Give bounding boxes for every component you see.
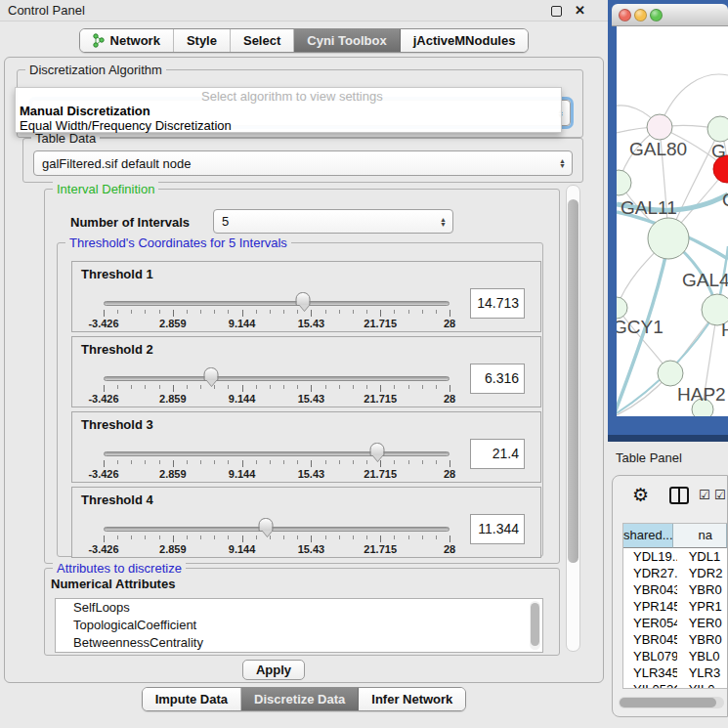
slider-handle[interactable] xyxy=(259,518,274,532)
slider-tick xyxy=(145,535,146,539)
gear-icon[interactable]: ⚙ xyxy=(632,484,649,506)
cell-name[interactable]: YDR2 xyxy=(677,565,727,581)
cell-name[interactable]: YIL0 xyxy=(677,681,727,689)
tab-network[interactable]: Network xyxy=(80,29,174,52)
zoom-traffic-light-icon[interactable] xyxy=(650,9,663,21)
tab-cyni-toolbox[interactable]: Cyni Toolbox xyxy=(294,29,400,52)
slider-tick xyxy=(408,310,409,314)
tab-style[interactable]: Style xyxy=(174,29,231,52)
threshold-slider[interactable]: -3.4262.8599.14415.4321.71528 xyxy=(104,262,450,333)
slider-tick-label: 2.859 xyxy=(159,468,187,480)
slider-tick xyxy=(117,460,118,464)
slider-track[interactable] xyxy=(104,301,450,306)
split-view-icon[interactable] xyxy=(669,487,689,504)
tab-label: Infer Network xyxy=(371,692,452,707)
slider-handle[interactable] xyxy=(296,292,311,306)
network-node[interactable] xyxy=(707,116,728,142)
apply-button[interactable]: Apply xyxy=(242,660,305,680)
threshold-value-field[interactable]: 14.713 xyxy=(470,288,525,319)
tab-infer-network[interactable]: Infer Network xyxy=(359,688,465,710)
attribute-list-item[interactable]: TopologicalCoefficient xyxy=(56,617,542,634)
slider-tick-label: 2.859 xyxy=(159,543,187,555)
settings-scrollbar[interactable] xyxy=(566,185,580,652)
slider-handle[interactable] xyxy=(203,367,218,381)
cell-shared-name[interactable]: YLR345W xyxy=(623,664,677,681)
column-header-shared-name[interactable]: shared... xyxy=(623,524,673,548)
slider-tick xyxy=(339,310,340,314)
network-node[interactable] xyxy=(617,297,627,319)
cell-shared-name[interactable]: YPR145W xyxy=(623,598,677,615)
cell-shared-name[interactable]: YIL052C xyxy=(623,681,677,689)
slider-tick-label: -3.426 xyxy=(88,543,118,555)
discretize-tab-content: Discretization Algorithm ▲▼ Select algor… xyxy=(4,57,604,683)
slider-track[interactable] xyxy=(104,376,450,381)
scrollbar-thumb[interactable] xyxy=(620,698,716,707)
scrollbar-thumb[interactable] xyxy=(568,199,578,563)
network-canvas[interactable]: GAL80GCGAL11GAL4GCY1HHAP2 xyxy=(617,26,728,416)
threshold-slider[interactable]: -3.4262.8599.14415.4321.71528 xyxy=(104,337,450,408)
network-node[interactable] xyxy=(658,361,683,386)
column-header-name[interactable]: na xyxy=(673,524,727,548)
checkbox-icon[interactable]: ☑ xyxy=(699,488,710,502)
list-scrollbar[interactable] xyxy=(530,601,540,650)
network-node[interactable] xyxy=(647,114,672,140)
cell-shared-name[interactable]: YDL19... xyxy=(623,548,677,565)
tab-impute-data[interactable]: Impute Data xyxy=(143,688,241,710)
cell-name[interactable]: YBL0 xyxy=(677,648,727,664)
menu-item-manual-discretization[interactable]: Manual Discretization xyxy=(20,104,150,118)
menu-item-equal-width-discretization[interactable]: Equal Width/Frequency Discretization xyxy=(20,118,232,133)
number-of-intervals-value: 5 xyxy=(222,214,229,229)
cell-shared-name[interactable]: YER054C xyxy=(623,615,677,631)
threshold-value-field[interactable]: 21.4 xyxy=(470,439,525,469)
table-row[interactable]: YDR27...YDR2 xyxy=(623,565,727,581)
table-row[interactable]: YPR145WYPR1 xyxy=(623,598,727,615)
cell-shared-name[interactable]: YBL079W xyxy=(623,648,677,664)
table-row[interactable]: YBR043CYBR0 xyxy=(623,581,727,598)
cell-name[interactable]: YPR1 xyxy=(677,598,727,615)
slider-tick xyxy=(339,535,340,539)
slider-tick xyxy=(408,385,409,389)
network-node[interactable] xyxy=(648,218,689,259)
tab-discretize-data[interactable]: Discretize Data xyxy=(241,688,359,710)
slider-tick xyxy=(256,460,257,464)
attribute-list-item[interactable]: SelfLoops xyxy=(56,599,542,617)
table-row[interactable]: YBL079WYBL0 xyxy=(623,648,727,664)
network-node[interactable] xyxy=(617,170,631,195)
float-icon[interactable] xyxy=(551,6,562,17)
cell-name[interactable]: YLR3 xyxy=(677,664,727,681)
cell-shared-name[interactable]: YBR043C xyxy=(623,581,677,598)
cell-shared-name[interactable]: YDR27... xyxy=(623,565,677,581)
tab-select[interactable]: Select xyxy=(231,29,294,52)
threshold-value-field[interactable]: 6.316 xyxy=(470,364,525,394)
table-row[interactable]: YIL052CYIL0 xyxy=(623,681,727,689)
slider-track[interactable] xyxy=(104,451,450,456)
table-row[interactable]: YBR045CYBR0 xyxy=(623,631,727,648)
cell-name[interactable]: YBR0 xyxy=(677,581,727,598)
slider-tick xyxy=(311,310,312,317)
cell-shared-name[interactable]: YBR045C xyxy=(623,631,677,648)
table-row[interactable]: YLR345WYLR3 xyxy=(623,664,727,681)
threshold-value-field[interactable]: 11.344 xyxy=(470,514,525,544)
threshold-slider[interactable]: -3.4262.8599.14415.4321.71528 xyxy=(104,412,450,484)
slider-tick-label: -3.426 xyxy=(88,393,118,405)
attribute-list-item[interactable]: BetweennessCentrality xyxy=(56,634,542,652)
table-row[interactable]: YER054CYER0 xyxy=(623,615,727,631)
close-traffic-light-icon[interactable] xyxy=(619,9,631,21)
slider-track[interactable] xyxy=(104,527,450,532)
table-data-select[interactable]: galFiltered.sif default node ▲▼ xyxy=(33,150,573,176)
numerical-attributes-list[interactable]: SelfLoopsTopologicalCoefficientBetweenne… xyxy=(55,598,543,653)
close-icon[interactable]: ✕ xyxy=(575,3,585,18)
minimize-traffic-light-icon[interactable] xyxy=(634,9,647,21)
slider-handle[interactable] xyxy=(369,443,384,456)
threshold-slider[interactable]: -3.4262.8599.14415.4321.71528 xyxy=(104,488,450,559)
table-row[interactable]: YDL19...YDL1 xyxy=(623,548,727,565)
tab-jactivemnodules[interactable]: jActiveMNodules xyxy=(401,29,529,52)
cell-name[interactable]: YBR0 xyxy=(677,631,727,648)
number-of-intervals-select[interactable]: 5 ▲▼ xyxy=(213,209,453,234)
tab-label: Style xyxy=(187,33,217,48)
cell-name[interactable]: YDL1 xyxy=(677,548,727,565)
slider-tick-label: 21.715 xyxy=(364,318,397,329)
cell-name[interactable]: YER0 xyxy=(677,615,727,631)
checkbox-icon[interactable]: ☑ xyxy=(714,488,726,502)
table-horizontal-scrollbar[interactable] xyxy=(619,697,724,708)
